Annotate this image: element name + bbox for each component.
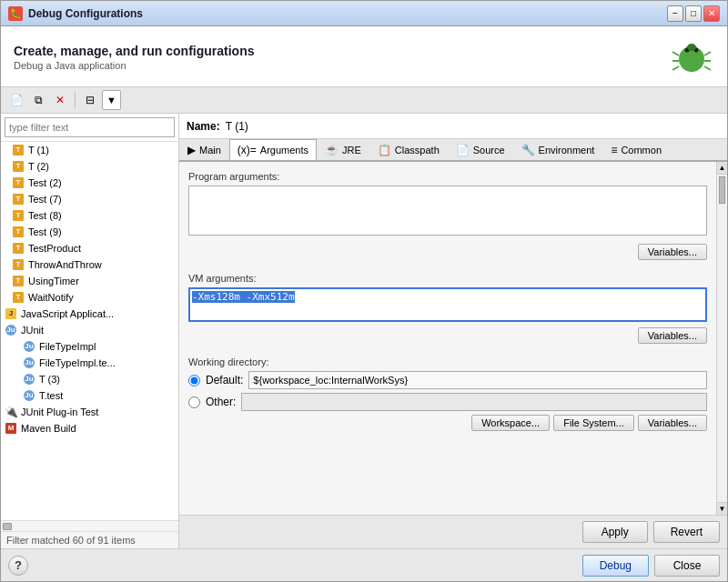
header-icon-area	[671, 35, 714, 79]
filter-dropdown[interactable]: ▼	[102, 90, 121, 110]
bug-icon	[671, 35, 713, 77]
tree-item-test9[interactable]: T Test (9)	[1, 224, 178, 240]
scroll-up-arrow[interactable]: ▲	[717, 162, 727, 175]
tree-item-label: Test (7)	[28, 194, 62, 205]
tree-item-label: JUnit	[21, 325, 44, 336]
java-icon: T	[12, 258, 25, 271]
tree-item-test8[interactable]: T Test (8)	[1, 207, 178, 224]
tree-item-testproduct[interactable]: T TestProduct	[1, 240, 178, 256]
other-radio-row: Other:	[188, 393, 707, 411]
action-bar: Apply Revert	[179, 515, 727, 548]
default-dir-input[interactable]	[248, 371, 707, 389]
collapse-all-button[interactable]: ⊟	[80, 90, 100, 110]
help-button[interactable]: ?	[8, 556, 28, 576]
window-title: Debug Configurations	[28, 7, 143, 20]
tab-environment[interactable]: 🔧 Environment	[513, 139, 603, 160]
tree-item-test7[interactable]: T Test (7)	[1, 191, 178, 207]
default-radio[interactable]	[188, 375, 200, 386]
tree-item-t1[interactable]: T T (1)	[1, 142, 178, 158]
tree-item-t2[interactable]: T T (2)	[1, 158, 178, 175]
java-icon: T	[12, 226, 25, 238]
java-icon: T	[12, 176, 25, 189]
program-args-input[interactable]	[188, 186, 707, 236]
java-icon: T	[12, 144, 25, 156]
left-hscroll[interactable]	[1, 520, 178, 531]
minimize-button[interactable]: −	[667, 5, 683, 22]
right-vscroll[interactable]: ▲ ▼	[716, 162, 727, 515]
java-icon: T	[12, 193, 25, 206]
revert-button[interactable]: Revert	[653, 521, 720, 543]
tree-item-t3[interactable]: Ju T (3)	[1, 371, 178, 387]
close-button[interactable]: ✕	[703, 5, 720, 22]
tab-arguments[interactable]: (x)= Arguments	[229, 139, 317, 162]
java-icon: T	[12, 242, 25, 255]
tree-item-junit-group[interactable]: Ju JUnit	[1, 322, 178, 338]
classpath-tab-icon: 📋	[378, 144, 391, 156]
tree-item-test2[interactable]: T Test (2)	[1, 175, 178, 191]
tree-item-label: T (1)	[28, 145, 49, 156]
new-config-button[interactable]: 📄	[6, 90, 26, 110]
program-args-wrapper	[188, 186, 707, 238]
vm-args-variables-button[interactable]: Variables...	[638, 327, 707, 344]
tab-source-label: Source	[473, 145, 505, 156]
configurations-toolbar: 📄 ⧉ ✕ ⊟ ▼	[1, 87, 727, 114]
debug-configurations-window: 🐛 Debug Configurations − □ ✕ Create, man…	[0, 0, 728, 582]
filter-input[interactable]	[5, 117, 175, 137]
delete-config-button[interactable]: ✕	[50, 90, 70, 110]
environment-tab-icon: 🔧	[521, 144, 535, 156]
tree-item-throwandthrow[interactable]: T ThrowAndThrow	[1, 256, 178, 273]
duplicate-config-button[interactable]: ⧉	[28, 90, 48, 110]
other-radio[interactable]	[188, 396, 200, 408]
window-icon: 🐛	[8, 6, 23, 21]
tab-classpath[interactable]: 📋 Classpath	[369, 139, 448, 160]
tree-item-jsapp[interactable]: J JavaScript Applicat...	[1, 306, 178, 322]
junit-group-icon: Ju	[5, 324, 17, 336]
tree-item-label: ThrowAndThrow	[28, 259, 102, 270]
source-tab-icon: 📄	[456, 144, 470, 156]
tree-item-label: TestProduct	[28, 243, 81, 254]
name-label: Name:	[187, 120, 220, 133]
tree-item-label: Maven Build	[21, 423, 76, 434]
scroll-down-arrow[interactable]: ▼	[717, 502, 727, 515]
tab-jre-label: JRE	[342, 145, 361, 156]
default-radio-label: Default:	[206, 374, 243, 386]
window-controls: − □ ✕	[667, 5, 720, 22]
filesystem-button[interactable]: File System...	[553, 415, 634, 431]
tree-item-maven[interactable]: M Maven Build	[1, 420, 178, 436]
dir-variables-button[interactable]: Variables...	[638, 415, 707, 431]
main-close-button[interactable]: Close	[654, 555, 720, 577]
working-dir-label: Working directory:	[188, 356, 707, 367]
tree-item-label: JUnit Plug-in Test	[21, 406, 98, 417]
svg-line-6	[672, 66, 679, 70]
tree-item-label: FileTypeImpl.te...	[39, 357, 116, 368]
header-area: Create, manage, and run configurations D…	[1, 26, 727, 87]
other-dir-input[interactable]	[241, 393, 707, 411]
debug-button[interactable]: Debug	[582, 555, 649, 577]
tree-item-label: FileTypeImpl	[39, 341, 96, 352]
tree-item-filetypeimpl[interactable]: Ju FileTypeImpl	[1, 338, 178, 355]
header-title: Create, manage, and run configurations	[14, 44, 671, 58]
tab-jre[interactable]: ☕ JRE	[317, 139, 369, 160]
program-args-variables-button[interactable]: Variables...	[638, 244, 707, 260]
svg-line-9	[704, 66, 711, 70]
tree-item-waitnotify[interactable]: T WaitNotify	[1, 289, 178, 306]
junit-icon: Ju	[23, 340, 35, 353]
junit-plugin-icon: 🔌	[5, 406, 17, 418]
tab-main[interactable]: ▶ Main	[179, 139, 229, 160]
filter-input-wrapper	[1, 114, 178, 142]
vm-args-label: VM arguments:	[188, 273, 707, 284]
apply-button[interactable]: Apply	[582, 521, 648, 543]
tree-item-ttest[interactable]: Ju T.test	[1, 387, 178, 404]
junit-icon: Ju	[23, 373, 35, 386]
tab-main-label: Main	[199, 145, 221, 156]
workspace-button[interactable]: Workspace...	[471, 415, 550, 431]
tab-common[interactable]: ≡ Common	[602, 139, 670, 160]
tree-item-filetypeimpl2[interactable]: Ju FileTypeImpl.te...	[1, 355, 178, 371]
scroll-thumb[interactable]	[719, 176, 725, 204]
tree-item-usingtimer[interactable]: T UsingTimer	[1, 273, 178, 289]
main-content: T T (1) T T (2) T Test (2) T Test (7) T	[1, 114, 727, 548]
restore-button[interactable]: □	[685, 5, 702, 22]
tab-source[interactable]: 📄 Source	[448, 139, 513, 160]
arguments-tab-icon: (x)=	[238, 144, 257, 156]
tree-item-junit-plugin[interactable]: 🔌 JUnit Plug-in Test	[1, 404, 178, 420]
